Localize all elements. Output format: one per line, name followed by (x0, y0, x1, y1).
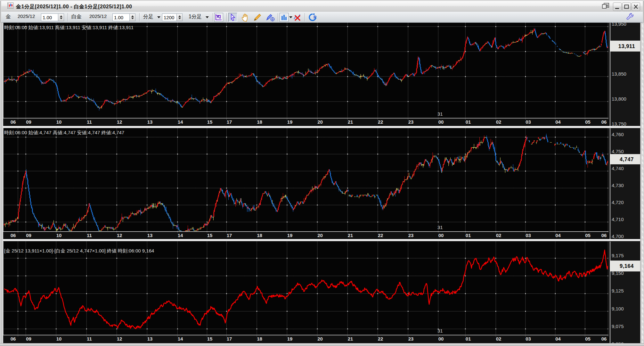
svg-text:00: 00 (438, 233, 444, 238)
svg-text:01: 01 (466, 336, 471, 342)
svg-text:02: 02 (496, 119, 501, 125)
svg-text:13: 13 (147, 336, 153, 342)
svg-text:03: 03 (526, 119, 531, 125)
svg-text:[金 25/12 13,911×1.00]-[白金 25/1: [金 25/12 13,911×1.00]-[白金 25/12 4,747×1.… (4, 248, 154, 253)
svg-text:17: 17 (227, 119, 232, 125)
svg-text:06: 06 (11, 336, 16, 342)
svg-text:15: 15 (207, 233, 213, 238)
svg-text:9,100: 9,100 (612, 306, 624, 311)
svg-text:R: R (314, 15, 317, 20)
svg-text:22: 22 (378, 336, 383, 342)
svg-text:時刻:06:00 始値:13,911 高値:13,911 安: 時刻:06:00 始値:13,911 高値:13,911 安値:13,911 終… (4, 25, 134, 30)
svg-text:13,800: 13,800 (612, 96, 626, 102)
svg-text:4,700: 4,700 (612, 234, 624, 239)
svg-text:13: 13 (147, 119, 153, 125)
svg-text:4,740: 4,740 (612, 166, 624, 171)
svg-text:01: 01 (466, 119, 471, 125)
svg-text:9,175: 9,175 (612, 253, 624, 258)
svg-text:13,911: 13,911 (618, 43, 635, 49)
svg-text:11: 11 (87, 336, 92, 342)
svg-text:09: 09 (26, 336, 31, 342)
svg-text:4,760: 4,760 (612, 132, 624, 137)
svg-text:03: 03 (526, 233, 531, 238)
svg-text:06: 06 (601, 233, 607, 238)
svg-text:15: 15 (207, 119, 213, 125)
svg-text:12: 12 (117, 233, 122, 238)
svg-text:20: 20 (317, 233, 323, 238)
svg-text:05: 05 (585, 336, 591, 342)
svg-text:00: 00 (438, 336, 444, 342)
svg-text:09: 09 (26, 233, 31, 238)
svg-text:20: 20 (317, 336, 323, 342)
svg-text:4,710: 4,710 (612, 217, 624, 222)
svg-text:17: 17 (227, 336, 232, 342)
svg-text:時刻:06:00 始値:4,747 高値:4,747 安値:: 時刻:06:00 始値:4,747 高値:4,747 安値:4,747 終値:4… (4, 130, 124, 135)
svg-text:09: 09 (26, 119, 31, 125)
svg-text:12: 12 (117, 119, 122, 125)
svg-text:23: 23 (408, 233, 414, 238)
svg-text:17: 17 (227, 233, 232, 238)
svg-text:9,075: 9,075 (612, 324, 624, 329)
svg-text:12: 12 (117, 336, 122, 342)
svg-text:9,125: 9,125 (612, 288, 624, 293)
svg-text:14: 14 (178, 233, 183, 238)
svg-text:02: 02 (496, 336, 501, 342)
svg-text:20: 20 (317, 119, 323, 125)
svg-text:19: 19 (287, 233, 293, 238)
svg-text:22: 22 (378, 119, 383, 125)
svg-text:15: 15 (207, 336, 213, 342)
svg-text:11: 11 (87, 233, 92, 238)
svg-text:23: 23 (408, 119, 414, 125)
svg-text:13: 13 (147, 233, 153, 238)
svg-text:10: 10 (56, 336, 62, 342)
svg-text:18: 18 (257, 336, 262, 342)
svg-text:4,747: 4,747 (620, 156, 634, 162)
svg-text:06: 06 (601, 119, 607, 125)
svg-text:31: 31 (437, 225, 443, 230)
svg-text:22: 22 (378, 233, 383, 238)
svg-text:23: 23 (408, 336, 414, 342)
svg-text:14: 14 (178, 336, 183, 342)
svg-text:19: 19 (287, 119, 293, 125)
svg-text:03: 03 (526, 336, 531, 342)
svg-text:31: 31 (437, 111, 443, 117)
svg-text:04: 04 (555, 336, 561, 342)
svg-text:13,750: 13,750 (612, 121, 626, 127)
svg-text:9,164: 9,164 (620, 263, 634, 269)
svg-text:05: 05 (585, 119, 591, 125)
svg-text:4,730: 4,730 (612, 183, 624, 188)
svg-text:10: 10 (56, 119, 62, 125)
svg-text:19: 19 (287, 336, 293, 342)
svg-text:11: 11 (87, 119, 92, 125)
svg-text:13,850: 13,850 (612, 71, 626, 77)
svg-text:00: 00 (438, 119, 444, 125)
svg-text:21: 21 (348, 119, 353, 125)
svg-text:4,720: 4,720 (612, 200, 624, 205)
svg-text:06: 06 (601, 336, 607, 342)
svg-text:05: 05 (585, 233, 591, 238)
svg-text:02: 02 (496, 233, 501, 238)
svg-text:4,750: 4,750 (612, 149, 624, 154)
svg-text:10: 10 (56, 233, 62, 238)
svg-text:18: 18 (257, 233, 262, 238)
svg-text:21: 21 (348, 233, 353, 238)
svg-text:21: 21 (348, 336, 353, 342)
svg-text:06: 06 (11, 233, 16, 238)
svg-text:01: 01 (466, 233, 471, 238)
svg-text:31: 31 (437, 328, 443, 334)
svg-text:14: 14 (178, 119, 183, 125)
svg-text:04: 04 (555, 233, 561, 238)
svg-text:04: 04 (555, 119, 561, 125)
svg-text:06: 06 (11, 119, 16, 125)
svg-text:18: 18 (257, 119, 262, 125)
